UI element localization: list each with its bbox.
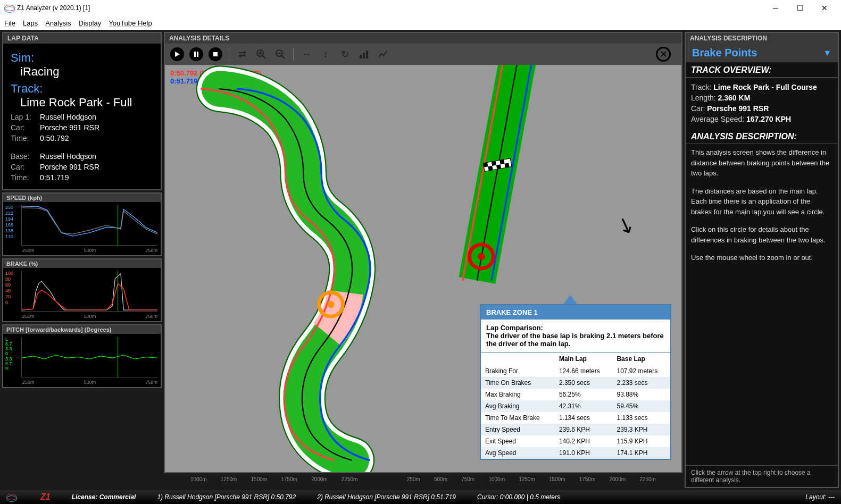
- status-lap2: 2) Russell Hodgson [Porsche 991 RSR] 0:5…: [317, 493, 456, 501]
- lap1-label: Lap 1:: [11, 113, 40, 121]
- svg-rect-15: [360, 55, 362, 58]
- analysis-desc-header: ANALYSIS DESCRIPTION:: [686, 129, 838, 144]
- car2-value: Porsche 991 RSR: [40, 163, 99, 171]
- car1-label: Car:: [11, 123, 40, 132]
- track-overview-header: TRACK OVERVIEW:: [686, 62, 838, 78]
- comparison-label: Lap Comparison:: [486, 324, 543, 332]
- v-arrow-icon[interactable]: ↕: [319, 48, 332, 61]
- car2-label: Car:: [11, 163, 40, 171]
- lap1-value: Russell Hodgson: [40, 113, 96, 121]
- h-arrow-icon[interactable]: ↔: [300, 48, 313, 61]
- zoom-out-icon[interactable]: [274, 48, 287, 61]
- app-icon: [4, 3, 14, 13]
- toolbar: ⇄ ↔ ↕ ↻ ✕: [165, 44, 681, 65]
- menu-youtube-help[interactable]: YouTube Help: [109, 19, 152, 27]
- brake-zone-popup: BRAKE ZONE 1 Lap Comparison: The driver …: [480, 304, 671, 460]
- track-label: Track:: [11, 82, 153, 96]
- svg-rect-17: [366, 51, 368, 58]
- base-label: Base:: [11, 152, 40, 161]
- comparison-text: The driver of the base lap is braking 2.…: [486, 332, 664, 348]
- svg-rect-20: [492, 161, 496, 166]
- speed-chart[interactable]: SPEED (kph) 250222194166138110 250m500m7…: [2, 192, 162, 256]
- analysis-details-header: ANALYSIS DETAILS: [165, 33, 681, 44]
- track-overview: Track: Lime Rock Park - Full Course Leng…: [686, 78, 838, 129]
- rotate-icon[interactable]: ↻: [338, 48, 351, 61]
- lap-data-header: LAP DATA: [3, 33, 161, 44]
- minimize-button[interactable]: ─: [763, 0, 788, 16]
- line-chart-icon[interactable]: [377, 48, 389, 61]
- base-value: Russell Hodgson: [40, 152, 96, 161]
- close-details-button[interactable]: ✕: [656, 47, 671, 62]
- z1-logo-text: Z1: [40, 492, 51, 502]
- brake-chart[interactable]: BRAKE (%) 100806040200 250m500m750m: [2, 258, 162, 322]
- titlebar: Z1 Analyzer (v 2020.1) [1] ─ ☐ ✕: [0, 0, 841, 16]
- svg-point-26: [327, 301, 335, 308]
- svg-rect-16: [363, 53, 365, 58]
- speed-chart-header: SPEED (kph): [3, 194, 161, 202]
- brake-y-ticks: 100806040200: [5, 271, 13, 305]
- sim-value: iRacing: [20, 65, 153, 79]
- svg-line-13: [281, 55, 285, 58]
- pitch-chart[interactable]: PITCH [forward/backwards] (Degrees) L6.7…: [2, 324, 162, 388]
- track-map[interactable]: 0:50.792 (Porsche 991 RSR) 0:51.719 (Por…: [165, 65, 681, 472]
- analysis-title: Brake Points: [692, 47, 823, 59]
- svg-point-28: [478, 253, 485, 261]
- sim-label: Sim:: [11, 51, 153, 65]
- pitch-y-ticks: L6.73.303.36.7R: [5, 337, 12, 371]
- status-lap1: 1) Russell Hodgson [Porsche 991 RSR] 0:5…: [157, 493, 296, 501]
- svg-rect-6: [197, 52, 198, 57]
- svg-rect-19: [483, 162, 488, 167]
- play-button[interactable]: [170, 47, 184, 61]
- pause-button[interactable]: [189, 47, 203, 61]
- license-text: License: Commercial: [72, 493, 136, 501]
- bars-icon[interactable]: [357, 48, 370, 61]
- svg-rect-21: [499, 159, 504, 164]
- status-bar: Z1 License: Commercial 1) Russell Hodgso…: [0, 490, 841, 504]
- svg-rect-22: [488, 166, 493, 171]
- timeline: 1000m1250m1500m1750m2000m2250m250m500m75…: [164, 473, 682, 488]
- time2-label: Time:: [11, 173, 40, 182]
- status-layout: Layout: ---: [805, 493, 835, 501]
- z1-logo-icon: [6, 492, 16, 502]
- time2-value: 0:51.719: [40, 173, 69, 182]
- analysis-description: This analysis screen shows the differenc…: [686, 144, 838, 465]
- menu-display[interactable]: Display: [79, 19, 102, 27]
- chevron-down-icon[interactable]: ▼: [823, 48, 831, 58]
- track-value: Lime Rock Park - Full: [20, 96, 153, 110]
- lap-data-panel: Sim: iRacing Track: Lime Rock Park - Ful…: [3, 44, 161, 189]
- svg-line-9: [262, 55, 265, 58]
- brake-chart-header: BRAKE (%): [3, 259, 161, 268]
- time1-label: Time:: [11, 134, 40, 142]
- svg-rect-5: [194, 52, 196, 57]
- menubar: File Laps Analysis Display YouTube Help: [0, 16, 841, 30]
- svg-rect-23: [496, 164, 501, 169]
- pitch-chart-header: PITCH [forward/backwards] (Degrees): [3, 325, 161, 334]
- car1-value: Porsche 991 RSR: [40, 123, 99, 132]
- brake-zone-title: BRAKE ZONE 1: [481, 305, 670, 320]
- svg-rect-7: [213, 52, 218, 56]
- status-cursor: Cursor: 0:00.000 | 0.5 meters: [477, 493, 560, 501]
- close-button[interactable]: ✕: [812, 0, 837, 16]
- svg-marker-4: [175, 52, 180, 57]
- description-panel-header: ANALYSIS DESCRIPTION: [686, 33, 838, 44]
- swap-icon[interactable]: ⇄: [236, 48, 248, 61]
- stop-button[interactable]: [209, 47, 222, 61]
- window-title: Z1 Analyzer (v 2020.1) [1]: [17, 4, 90, 12]
- time1-value: 0:50.792: [40, 134, 69, 142]
- speed-y-ticks: 250222194166138110: [5, 205, 13, 239]
- description-hint: Click the arrow at the top right to choo…: [686, 465, 838, 487]
- menu-laps[interactable]: Laps: [23, 19, 38, 27]
- maximize-button[interactable]: ☐: [788, 0, 812, 16]
- brake-zone-table: Main LapBase Lap Braking For124.66 meter…: [481, 352, 670, 459]
- menu-analysis[interactable]: Analysis: [45, 19, 71, 27]
- menu-file[interactable]: File: [4, 19, 15, 27]
- zoom-in-icon[interactable]: [255, 48, 268, 61]
- svg-rect-24: [504, 163, 509, 167]
